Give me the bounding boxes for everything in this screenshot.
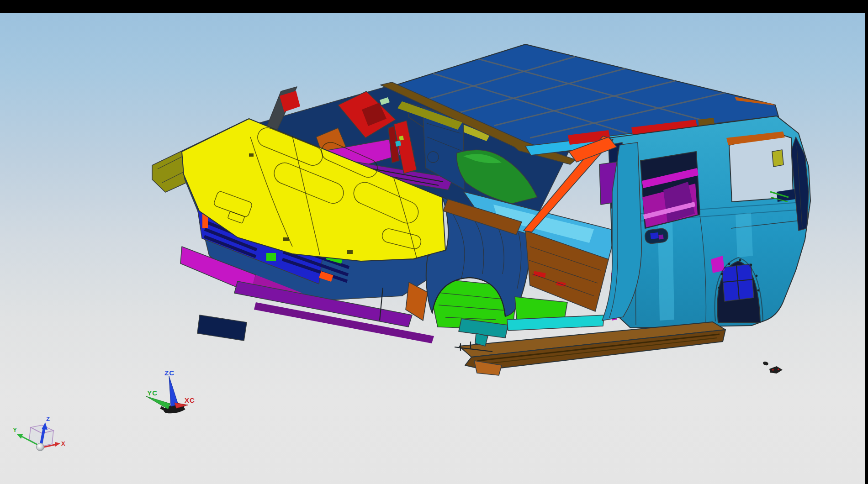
door-handle[interactable] [644, 228, 668, 244]
tow-bracket[interactable] [197, 315, 247, 341]
abs-y-label: Y [13, 426, 17, 433]
wcs-y-axis[interactable] [146, 396, 170, 409]
wcs-y-label: YC [147, 389, 158, 397]
wcs-z-label: ZC [164, 369, 175, 377]
right-black-bar [865, 0, 868, 484]
top-black-bar [0, 0, 868, 13]
abs-z-label: Z [46, 416, 50, 422]
model-canvas[interactable]: ZC YC XC Z Y X [0, 13, 865, 484]
rear-door-window[interactable] [640, 152, 700, 228]
abs-x-label: X [61, 440, 66, 447]
wcs-x-label: XC [185, 396, 195, 404]
wcs-triad[interactable]: ZC YC XC [146, 369, 195, 415]
viewport-3d[interactable]: ZC YC XC Z Y X [0, 13, 865, 484]
csys-origin-sphere[interactable] [37, 443, 44, 451]
wcs-z-axis[interactable] [169, 376, 178, 406]
debris-parts[interactable] [762, 361, 783, 374]
absolute-triad[interactable]: Z Y X [13, 416, 65, 451]
cad-application-window: ZC YC XC Z Y X [0, 0, 868, 484]
car-body-model[interactable] [152, 44, 810, 375]
quarter-window[interactable] [726, 132, 796, 202]
